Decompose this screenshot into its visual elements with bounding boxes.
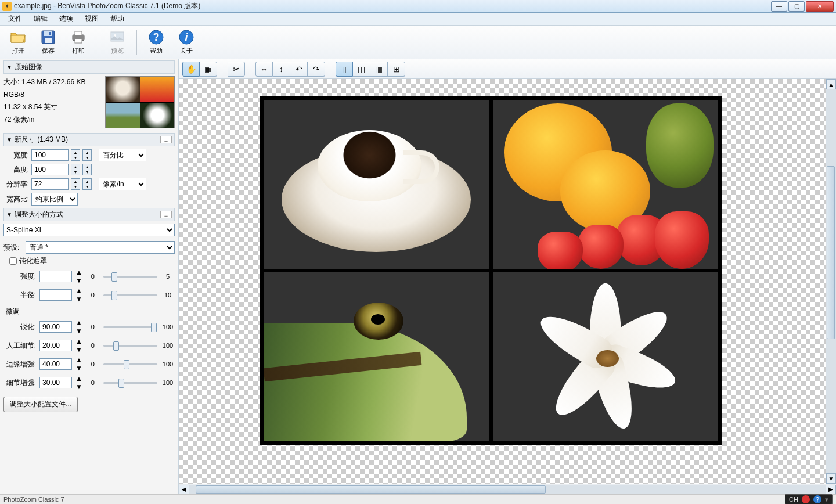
scroll-left-button[interactable]: ◀ [179,485,189,494]
menu-edit[interactable]: 编辑 [28,13,53,25]
print-button[interactable]: 打印 [65,28,92,57]
menu-help[interactable]: 帮助 [105,13,130,25]
filmgrain-slider[interactable] [103,340,157,351]
resolution-label: 分辨率: [3,179,29,189]
flip-v-icon: ↕ [279,64,283,74]
aspect-select[interactable]: 约束比例 [31,193,78,206]
radius-slider[interactable] [103,290,157,300]
edge-input[interactable] [39,358,72,370]
rotate-cw-button[interactable]: ↷ [308,62,325,77]
detail-label: 细节增强: [3,378,36,388]
view-split-h-button[interactable]: ◫ [353,62,370,77]
strength-spinner[interactable]: ▲▼ [75,268,82,285]
ime-indicator[interactable]: CH ? ▾ [785,494,833,504]
help-button[interactable]: ? 帮助 [143,28,170,57]
preview-image [260,96,722,445]
section-newsize[interactable]: ▼新尺寸 (1.43 MB)… [3,133,175,146]
size-unit-select[interactable]: 百分比 [99,149,146,161]
flip-v-button[interactable]: ↕ [273,62,290,77]
status-text: PhotoZoom Classic 7 [3,496,64,503]
v-scroll-thumb[interactable] [827,166,835,339]
radius-spinner[interactable]: ▲▼ [75,287,82,303]
vertical-scrollbar[interactable]: ▲ ▼ [826,79,836,484]
view-single-button[interactable]: ▯ [336,62,353,77]
width-spinner[interactable]: ▲▼ [71,149,80,161]
resolution-link-spinner[interactable]: ▲▼ [82,178,92,190]
edge-spinner[interactable]: ▲▼ [75,356,82,372]
scroll-down-button[interactable]: ▼ [826,473,836,484]
printer-icon [70,29,87,45]
view-split-v-button[interactable]: ▥ [370,62,388,77]
resolution-spinner[interactable]: ▲▼ [71,178,80,190]
svg-rect-5 [75,31,82,35]
maximize-button[interactable]: ▢ [788,1,805,12]
resize-profile-button[interactable]: 调整大小配置文件... [3,397,78,412]
detail-input[interactable] [39,377,72,388]
width-link-spinner[interactable]: ▲▼ [82,149,92,161]
marquee-tool-button[interactable]: ▦ [200,62,217,77]
marquee-icon: ▦ [204,64,212,74]
width-label: 宽度: [3,150,29,160]
minimize-button[interactable]: — [771,1,787,12]
edge-slider[interactable] [103,359,157,369]
original-thumbnail[interactable] [105,76,175,128]
sharpen-spinner[interactable]: ▲▼ [75,319,82,335]
height-input[interactable] [31,164,69,175]
filmgrain-input[interactable] [39,340,72,351]
original-size: 大小: 1.43 MB / 372.66 KB [3,76,102,89]
menu-options[interactable]: 选项 [53,13,79,25]
resize-method-select[interactable]: S-Spline XL [3,224,175,236]
section-resize-method[interactable]: ▼调整大小的方式… [3,208,175,221]
height-link-spinner[interactable]: ▲▼ [82,164,92,175]
about-button[interactable]: i 关于 [173,28,200,57]
resolution-unit-select[interactable]: 像素/in [99,178,146,190]
flip-h-icon: ↔ [260,64,268,74]
newsize-more-button[interactable]: … [160,136,172,143]
horizontal-scrollbar[interactable]: ◀ ▶ [179,484,836,494]
scroll-right-button[interactable]: ▶ [826,485,836,494]
resize-more-button[interactable]: … [160,211,172,218]
section-original[interactable]: ▼原始图像 [3,60,175,74]
height-spinner[interactable]: ▲▼ [71,164,80,175]
scroll-up-button[interactable]: ▲ [826,79,836,89]
left-panel: ▼原始图像 大小: 1.43 MB / 372.66 KB RGB/8 11.3… [0,59,179,494]
radius-input[interactable] [39,289,72,301]
original-info: 大小: 1.43 MB / 372.66 KB RGB/8 11.32 x 8.… [3,76,102,128]
rotate-ccw-button[interactable]: ↶ [290,62,308,77]
open-button[interactable]: 打开 [5,28,31,57]
resolution-input[interactable] [31,178,69,190]
preset-label: 预设: [3,243,23,253]
view-split-h-icon: ◫ [358,64,365,74]
save-button[interactable]: 保存 [35,28,62,57]
filmgrain-spinner[interactable]: ▲▼ [75,337,82,354]
flip-h-button[interactable]: ↔ [255,62,273,77]
hand-tool-button[interactable]: ✋ [182,62,200,77]
sharpen-input[interactable] [39,321,72,333]
detail-spinner[interactable]: ▲▼ [75,375,82,391]
rotate-ccw-icon: ↶ [296,64,302,74]
close-button[interactable]: ✕ [806,1,834,12]
preset-select[interactable]: 普通 * [26,241,175,254]
unsharp-mask-checkbox[interactable]: 钝化遮罩 [9,256,175,266]
view-single-icon: ▯ [342,64,347,74]
preview-button[interactable]: 预览 [104,28,131,57]
view-quad-button[interactable]: ⊞ [388,62,405,77]
crop-button[interactable]: ✂ [228,62,245,77]
rotate-cw-icon: ↷ [313,64,320,74]
sharpen-slider[interactable] [103,322,157,332]
titlebar: ✦ example.jpg - BenVista PhotoZoom Class… [0,0,836,13]
view-quad-icon: ⊞ [393,64,400,74]
strength-slider[interactable] [103,271,157,282]
menu-file[interactable]: 文件 [2,13,28,25]
canvas-area[interactable]: ▲ ▼ [179,79,836,484]
width-input[interactable] [31,149,69,161]
svg-rect-2 [45,38,52,43]
radius-label: 半径: [3,290,36,300]
detail-slider[interactable] [103,377,157,388]
strength-input[interactable] [39,271,72,282]
menu-view[interactable]: 视图 [79,13,105,25]
main-toolbar: 打开 保存 打印 预览 ? 帮助 i 关于 [0,26,836,59]
statusbar: PhotoZoom Classic 7 CH ? ▾ [0,494,836,504]
h-scroll-thumb[interactable] [196,485,546,494]
floppy-icon [40,29,56,45]
